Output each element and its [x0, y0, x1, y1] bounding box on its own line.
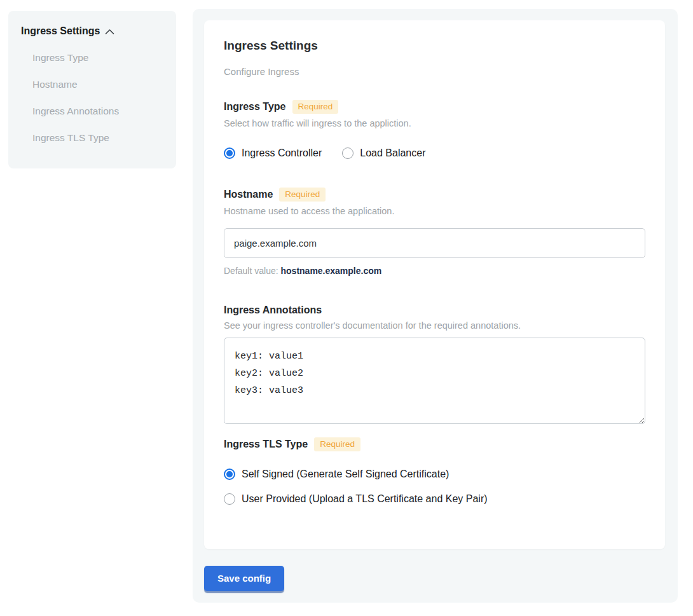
sidebar-item-ingress-type[interactable]: Ingress Type: [21, 51, 176, 64]
ingress-type-section: Ingress Type Required Select how traffic…: [224, 100, 645, 159]
tls-type-section: Ingress TLS Type Required Self Signed (G…: [224, 437, 645, 505]
annotations-help: See your ingress controller's documentat…: [224, 320, 645, 331]
radio-icon[interactable]: [224, 493, 235, 505]
sidebar-section-ingress-settings[interactable]: Ingress Settings: [21, 25, 176, 37]
radio-load-balancer[interactable]: Load Balancer: [342, 147, 425, 159]
page-subtitle: Configure Ingress: [224, 66, 645, 77]
radio-label: Ingress Controller: [242, 147, 322, 159]
sidebar-section-label: Ingress Settings: [21, 25, 100, 37]
radio-self-signed[interactable]: Self Signed (Generate Self Signed Certif…: [224, 469, 645, 480]
radio-label: Load Balancer: [360, 147, 425, 159]
hostname-help: Hostname used to access the application.: [224, 206, 645, 216]
chevron-up-icon: [105, 27, 114, 35]
hostname-default-line: Default value: hostname.example.com: [224, 266, 645, 276]
ingress-type-radio-group: Ingress Controller Load Balancer: [224, 147, 645, 159]
sidebar-item-ingress-tls-type[interactable]: Ingress TLS Type: [21, 132, 176, 144]
radio-icon[interactable]: [224, 469, 235, 480]
annotations-textarea[interactable]: key1: value1 key2: value2 key3: value3: [224, 338, 645, 424]
ingress-type-label: Ingress Type: [224, 101, 286, 113]
tls-type-radio-group: Self Signed (Generate Self Signed Certif…: [224, 469, 645, 505]
annotations-label: Ingress Annotations: [224, 305, 322, 316]
ingress-type-help: Select how traffic will ingress to the a…: [224, 118, 645, 128]
ingress-settings-card: Ingress Settings Configure Ingress Ingre…: [204, 20, 665, 549]
required-badge: Required: [314, 437, 360, 451]
annotations-section: Ingress Annotations See your ingress con…: [224, 305, 645, 424]
default-value-label: Default value:: [224, 266, 278, 276]
radio-user-provided[interactable]: User Provided (Upload a TLS Certificate …: [224, 493, 645, 505]
hostname-section: Hostname Required Hostname used to acces…: [224, 188, 645, 276]
sidebar-item-hostname[interactable]: Hostname: [21, 78, 176, 91]
radio-icon[interactable]: [224, 147, 235, 159]
save-config-button[interactable]: Save config: [204, 566, 284, 591]
required-badge: Required: [292, 100, 339, 114]
settings-panel: Ingress Settings Configure Ingress Ingre…: [193, 9, 678, 603]
page-title: Ingress Settings: [224, 39, 645, 53]
radio-icon[interactable]: [342, 147, 353, 159]
radio-ingress-controller[interactable]: Ingress Controller: [224, 147, 322, 159]
sidebar-item-ingress-annotations[interactable]: Ingress Annotations: [21, 105, 176, 118]
hostname-input[interactable]: [224, 228, 645, 258]
default-value-text: hostname.example.com: [281, 266, 382, 276]
settings-sidebar: Ingress Settings Ingress Type Hostname I…: [8, 11, 176, 168]
required-badge: Required: [279, 188, 326, 202]
radio-label: Self Signed (Generate Self Signed Certif…: [242, 469, 449, 480]
tls-type-label: Ingress TLS Type: [224, 439, 308, 450]
hostname-label: Hostname: [224, 189, 273, 200]
sidebar-nav-list: Ingress Type Hostname Ingress Annotation…: [21, 51, 176, 144]
radio-label: User Provided (Upload a TLS Certificate …: [242, 493, 488, 505]
